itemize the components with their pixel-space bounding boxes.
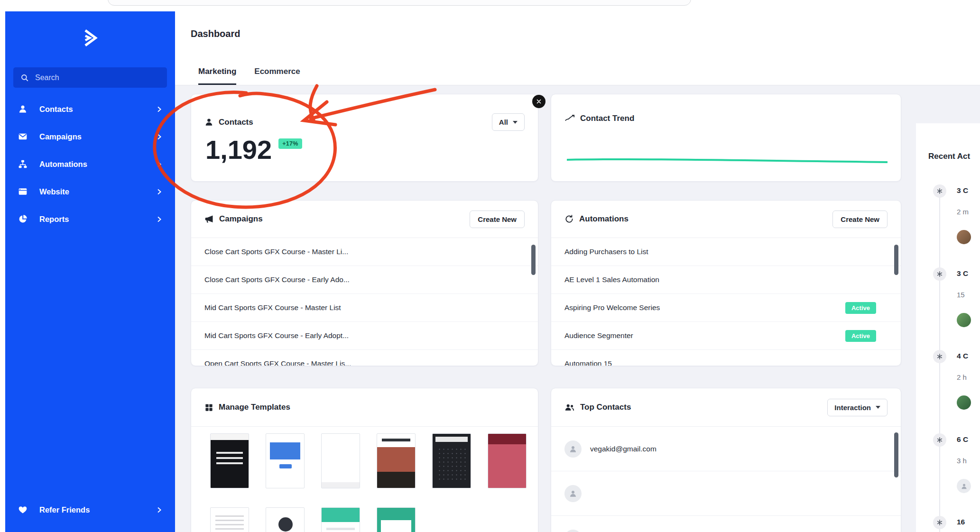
template-thumbnail[interactable] xyxy=(266,507,305,532)
contacts-stat-row: 1,192 +17% xyxy=(204,137,525,163)
automations-scrollbar[interactable] xyxy=(894,245,898,275)
annotation-close-button[interactable] xyxy=(532,95,545,108)
chevron-right-icon xyxy=(156,133,163,140)
tab-ecommerce[interactable]: Ecommerce xyxy=(254,67,300,85)
activity-secondary-text: 3 h xyxy=(957,457,967,465)
sidebar-search[interactable]: Search xyxy=(13,67,167,88)
template-thumbnail[interactable] xyxy=(377,433,416,488)
top-contact-row[interactable]: vegakid@gmail.com xyxy=(551,427,901,471)
activity-secondary-text: 15 xyxy=(957,291,965,299)
top-contacts-card: Top Contacts Interaction vegakid@gmail.c… xyxy=(551,388,901,532)
sidebar-item-label: Website xyxy=(39,187,69,196)
recent-activity-panel: Recent Act 3 C 2 m 3 C 15 xyxy=(916,123,980,532)
template-thumbnail[interactable] xyxy=(210,507,249,532)
template-thumbnail[interactable] xyxy=(266,433,305,488)
search-icon xyxy=(20,73,29,82)
automation-list-item[interactable]: Automation 15 xyxy=(551,350,901,366)
automation-list-item[interactable]: Adding Purchasers to List xyxy=(551,238,901,266)
sidebar-item-contacts[interactable]: Contacts xyxy=(5,95,175,123)
avatar xyxy=(564,530,582,532)
campaigns-scrollbar[interactable] xyxy=(531,245,536,275)
chevron-right-icon xyxy=(156,106,163,113)
automation-name: Aspiring Pro Welcome Series xyxy=(564,303,660,312)
activity-node-icon xyxy=(933,433,946,447)
campaigns-card-header: Campaigns Create New xyxy=(191,201,538,238)
automation-name: Adding Purchasers to List xyxy=(564,248,648,256)
top-contacts-header: Top Contacts Interaction xyxy=(551,388,901,427)
sidebar: Search Contacts Campaigns Automations xyxy=(5,11,175,532)
tab-marketing[interactable]: Marketing xyxy=(198,67,236,85)
activity-item[interactable]: 3 C 2 m xyxy=(916,184,980,247)
activity-item[interactable]: 16 3 h xyxy=(916,516,980,532)
campaigns-card-title: Campaigns xyxy=(219,214,263,224)
activity-secondary-text: 2 h xyxy=(957,373,967,381)
sidebar-item-reports[interactable]: Reports xyxy=(5,205,175,233)
automation-list-item[interactable]: Audience Segmenter Active xyxy=(551,322,901,350)
template-thumbnail[interactable] xyxy=(210,433,249,488)
activity-item[interactable]: 3 C 15 xyxy=(916,267,980,330)
person-icon xyxy=(204,118,213,127)
campaigns-create-new-button[interactable]: Create New xyxy=(470,211,525,228)
dashboard-tabs: Marketing Ecommerce xyxy=(198,67,300,85)
app-window: Search Contacts Campaigns Automations xyxy=(0,11,980,532)
campaigns-card: Campaigns Create New Close Cart Sports G… xyxy=(191,200,538,366)
screen: Search Contacts Campaigns Automations xyxy=(0,0,980,532)
top-contact-row-partial[interactable] xyxy=(551,516,901,532)
sitemap-icon xyxy=(18,159,28,169)
automations-card-title: Automations xyxy=(579,214,629,224)
contact-trend-header: Contact Trend xyxy=(564,113,888,124)
automations-create-new-button[interactable]: Create New xyxy=(832,211,888,228)
pie-chart-icon xyxy=(18,214,28,224)
activity-item[interactable]: 4 C 2 h xyxy=(916,350,980,413)
page-title: Dashboard xyxy=(191,11,980,39)
sidebar-item-label: Automations xyxy=(39,160,87,169)
dashboard-content: Contacts All 1,192 +17% xyxy=(175,85,980,532)
avatar xyxy=(564,440,582,458)
top-contact-row[interactable] xyxy=(551,471,901,516)
template-thumbnail[interactable] xyxy=(488,433,527,488)
sidebar-item-website[interactable]: Website xyxy=(5,178,175,205)
sidebar-item-label: Reports xyxy=(39,215,69,224)
templates-card-title: Manage Templates xyxy=(219,403,290,412)
sidebar-item-label: Campaigns xyxy=(39,132,82,141)
sidebar-item-label: Contacts xyxy=(39,105,73,114)
main-area: Dashboard Marketing Ecommerce Contacts xyxy=(175,11,980,532)
sidebar-item-automations[interactable]: Automations xyxy=(5,150,175,178)
campaign-list-item[interactable]: Mid Cart Sports GFX Course - Master List xyxy=(191,294,538,322)
recent-activity-title: Recent Act xyxy=(928,152,970,161)
campaign-list-item[interactable]: Close Cart Sports GFX Course - Master Li… xyxy=(191,238,538,266)
avatar xyxy=(957,230,971,244)
automations-card-header: Automations Create New xyxy=(551,201,901,238)
template-thumbnail[interactable] xyxy=(432,433,471,488)
templates-card-header: Manage Templates xyxy=(191,388,538,427)
campaign-list-item[interactable]: Open Cart Sports GFX Course - Master Lis… xyxy=(191,350,538,366)
automation-list-item[interactable]: AE Level 1 Sales Automation xyxy=(551,266,901,294)
person-icon xyxy=(569,445,577,453)
automation-list-item[interactable]: Aspiring Pro Welcome Series Active xyxy=(551,294,901,322)
automation-name: Automation 15 xyxy=(564,359,612,366)
top-contacts-sort-dropdown[interactable]: Interaction xyxy=(827,399,888,416)
automations-card: Automations Create New Adding Purchasers… xyxy=(551,200,901,366)
activity-item[interactable]: 6 C 3 h xyxy=(916,433,980,496)
template-thumbnail[interactable] xyxy=(321,433,360,488)
heart-icon xyxy=(18,505,28,514)
main-header: Dashboard Marketing Ecommerce xyxy=(175,11,980,85)
top-contacts-scrollbar[interactable] xyxy=(894,432,898,477)
sidebar-item-label: Refer Friends xyxy=(39,505,90,514)
chevron-right-icon xyxy=(156,161,163,168)
search-placeholder: Search xyxy=(35,73,59,82)
envelope-icon xyxy=(18,132,28,141)
sidebar-footer: Refer Friends xyxy=(5,496,175,523)
automation-name: AE Level 1 Sales Automation xyxy=(564,275,659,284)
app-logo[interactable] xyxy=(5,11,175,64)
campaign-list-item[interactable]: Mid Cart Sports GFX Course - Early Adopt… xyxy=(191,322,538,350)
contacts-filter-dropdown[interactable]: All xyxy=(492,113,525,131)
campaign-list-item[interactable]: Close Cart Sports GFX Course - Early Ado… xyxy=(191,266,538,294)
contacts-delta-badge: +17% xyxy=(278,138,302,149)
sidebar-item-campaigns[interactable]: Campaigns xyxy=(5,123,175,150)
sidebar-item-refer-friends[interactable]: Refer Friends xyxy=(5,496,175,523)
template-thumbnail[interactable] xyxy=(377,507,416,532)
contact-trend-title: Contact Trend xyxy=(580,114,634,123)
template-thumbnail[interactable] xyxy=(321,507,360,532)
contact-email: vegakid@gmail.com xyxy=(590,445,656,453)
